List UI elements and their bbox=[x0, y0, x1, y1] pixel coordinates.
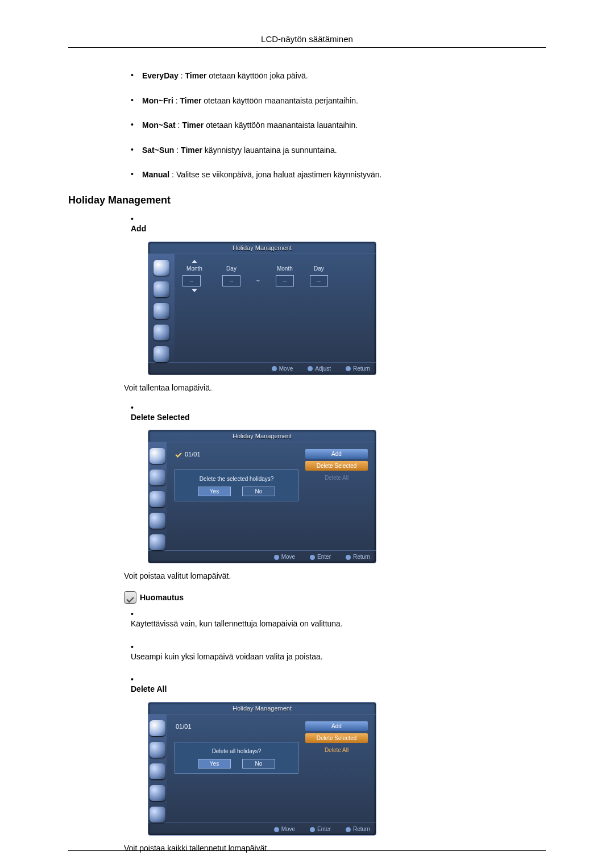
header-rule bbox=[68, 47, 546, 48]
option-rest: otetaan käyttöön maanantaista lauantaihi… bbox=[204, 121, 358, 130]
col-label: Month bbox=[182, 265, 206, 272]
multi-icon bbox=[154, 346, 169, 362]
delete-selected-button[interactable]: Delete Selected bbox=[305, 733, 368, 743]
list-item-text: Mon~Sat : Timer otetaan käyttöön maanant… bbox=[142, 120, 546, 131]
bullet-icon bbox=[131, 609, 142, 618]
month-from-field[interactable]: Month -- bbox=[182, 265, 206, 286]
note-list: Käytettävissä vain, kun tallennettuja lo… bbox=[131, 609, 546, 662]
dialog-question: Delete the selected holidays? bbox=[180, 476, 293, 482]
note-label: Huomautus bbox=[140, 593, 184, 602]
add-button[interactable]: Add bbox=[305, 449, 368, 459]
option-rest: otetaan käyttöön maanantaista perjantaih… bbox=[201, 96, 358, 105]
delete-all-button[interactable]: Delete All bbox=[305, 745, 368, 755]
osd-footer: Move Adjust Return bbox=[148, 362, 376, 375]
month-to-field[interactable]: Month -- bbox=[276, 265, 294, 286]
picture-icon bbox=[150, 720, 165, 736]
multi-icon bbox=[150, 807, 165, 823]
osd-sidebar bbox=[148, 254, 175, 362]
sound-icon bbox=[154, 281, 169, 297]
yes-button[interactable]: Yes bbox=[198, 487, 231, 496]
confirm-dialog: Delete the selected holidays? Yes No bbox=[175, 470, 298, 501]
footer-rule bbox=[68, 850, 546, 851]
list-item: EveryDay : Timer otetaan käyttöön joka p… bbox=[131, 70, 546, 82]
list-item: Delete All bbox=[131, 675, 546, 695]
day-from-field[interactable]: Day -- bbox=[222, 265, 240, 286]
yes-button[interactable]: Yes bbox=[198, 759, 231, 769]
footer-return: Return bbox=[346, 826, 370, 832]
sound-icon bbox=[150, 470, 165, 485]
manual-page: LCD-näytön säätäminen EveryDay : Timer o… bbox=[0, 0, 614, 868]
holiday-sublist: Delete Selected bbox=[68, 403, 546, 423]
holiday-sublist: Add bbox=[68, 214, 546, 235]
list-item-text: Mon~Fri : Timer otetaan käyttöön maanant… bbox=[142, 95, 546, 107]
note-heading: Huomautus bbox=[124, 591, 546, 604]
sep: : bbox=[173, 96, 180, 105]
osd-panel: Holiday Management 01/01 bbox=[148, 702, 376, 836]
col-label: Day bbox=[222, 265, 240, 272]
delete-all-desc: Voit poistaa kaikki tallennetut lomapäiv… bbox=[124, 842, 546, 854]
bullet-icon bbox=[131, 145, 142, 154]
gear-icon bbox=[154, 325, 169, 340]
bullet-icon bbox=[131, 214, 142, 223]
chevron-down-icon bbox=[192, 289, 197, 292]
add-button[interactable]: Add bbox=[305, 721, 368, 731]
clock-icon bbox=[154, 303, 169, 319]
check-icon bbox=[175, 451, 181, 457]
osd-footer: Move Enter Return bbox=[148, 823, 376, 835]
col-label: Month bbox=[276, 265, 294, 272]
sound-icon bbox=[150, 742, 165, 758]
delete-selected-button[interactable]: Delete Selected bbox=[305, 461, 368, 471]
holiday-row[interactable]: 01/01 bbox=[175, 449, 298, 459]
list-item: Add bbox=[131, 214, 546, 235]
clock-icon bbox=[150, 763, 165, 779]
osd-sidebar bbox=[148, 715, 167, 823]
no-button[interactable]: No bbox=[242, 487, 275, 496]
footer-return: Return bbox=[346, 554, 370, 560]
delete-all-label: Delete All bbox=[131, 684, 167, 693]
clock-icon bbox=[150, 491, 165, 507]
bullet-icon bbox=[131, 70, 142, 80]
holiday-date: 01/01 bbox=[185, 451, 201, 458]
range-separator: ~ bbox=[256, 278, 260, 284]
option-rest: käynnistyy lauantaina ja sunnuntaina. bbox=[202, 146, 337, 155]
gear-icon bbox=[150, 785, 165, 801]
figure-delete-selected: Holiday Management 01/01 bbox=[148, 430, 546, 563]
list-item-text: Manual : Valitse se viikonpäivä, jona ha… bbox=[142, 169, 546, 181]
delete-selected-desc: Voit poistaa valitut lomapäivät. bbox=[124, 570, 546, 582]
note-icon bbox=[124, 591, 136, 604]
osd-main: 01/01 Delete all holidays? Yes No bbox=[167, 715, 376, 823]
footer-return: Return bbox=[346, 366, 370, 372]
list-item: Sat~Sun : Timer käynnistyy lauantaina ja… bbox=[131, 145, 546, 156]
holiday-row[interactable]: 01/01 bbox=[175, 721, 298, 732]
footer-move: Move bbox=[274, 554, 295, 560]
sep: : bbox=[176, 121, 182, 130]
osd-footer: Move Enter Return bbox=[148, 550, 376, 563]
chevron-up-icon bbox=[192, 260, 197, 263]
value-box: -- bbox=[276, 275, 294, 286]
list-item: Delete Selected bbox=[131, 403, 546, 423]
option-rest: otetaan käyttöön joka päivä. bbox=[206, 71, 308, 80]
day-to-field[interactable]: Day -- bbox=[310, 265, 328, 286]
no-button[interactable]: No bbox=[242, 759, 275, 769]
option-rest: Valitse se viikonpäivä, jona haluat ajas… bbox=[176, 170, 382, 179]
option-bold2: Timer bbox=[185, 71, 207, 80]
bullet-icon bbox=[131, 675, 142, 684]
delete-all-button[interactable]: Delete All bbox=[305, 473, 368, 483]
value-box: -- bbox=[182, 275, 201, 286]
footer-move: Move bbox=[272, 366, 293, 372]
dialog-question: Delete all holidays? bbox=[180, 748, 293, 754]
holiday-sublist: Delete All bbox=[68, 675, 546, 695]
list-item: Mon~Fri : Timer otetaan käyttöön maanant… bbox=[131, 95, 546, 107]
picture-icon bbox=[150, 448, 165, 464]
list-item-text: EveryDay : Timer otetaan käyttöön joka p… bbox=[142, 70, 546, 82]
footer-enter: Enter bbox=[310, 554, 331, 560]
footer bbox=[68, 850, 546, 851]
option-name: Manual bbox=[142, 170, 169, 179]
delete-selected-label: Delete Selected bbox=[131, 413, 190, 422]
list-item-text: Sat~Sun : Timer käynnistyy lauantaina ja… bbox=[142, 145, 546, 156]
value-box: -- bbox=[222, 275, 240, 286]
list-item: Mon~Sat : Timer otetaan käyttöön maanant… bbox=[131, 120, 546, 131]
multi-icon bbox=[150, 534, 165, 550]
add-label: Add bbox=[131, 224, 146, 233]
timer-options-list: EveryDay : Timer otetaan käyttöön joka p… bbox=[68, 70, 546, 181]
